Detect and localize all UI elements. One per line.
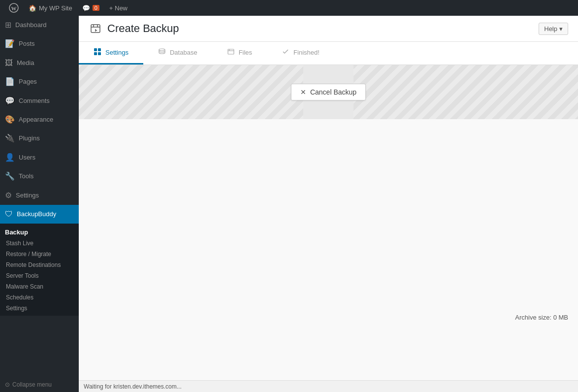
tab-finished[interactable]: Finished!	[267, 42, 334, 65]
tab-settings[interactable]: Settings	[79, 42, 143, 65]
page-title-row: Create Backup	[89, 22, 179, 35]
sidebar-item-pages-label: Pages	[19, 77, 37, 86]
sidebar: ⊞ Dashboard 📝 Posts 🖼 Media 📄 Pages 💬 Co…	[0, 16, 79, 392]
comments-sidebar-icon: 💬	[5, 96, 15, 106]
svg-rect-6	[94, 48, 97, 51]
submenu-restore-migrate[interactable]: Restore / Migrate	[0, 249, 79, 260]
sidebar-item-tools[interactable]: 🔧 Tools	[0, 167, 79, 186]
tab-database[interactable]: Database	[143, 42, 212, 65]
svg-point-10	[159, 49, 165, 51]
collapse-menu-label: Collapse menu	[12, 381, 52, 388]
submenu-server-tools[interactable]: Server Tools	[0, 270, 79, 281]
comment-count: 0	[93, 5, 99, 11]
files-tab-icon	[227, 48, 235, 57]
stripe-left	[79, 65, 303, 119]
sidebar-item-media[interactable]: 🖼 Media	[0, 54, 79, 72]
pages-icon: 📄	[5, 76, 15, 87]
database-tab-icon	[158, 48, 166, 57]
comment-icon: 💬	[82, 4, 90, 12]
sidebar-item-comments-label: Comments	[19, 97, 50, 105]
tab-settings-label: Settings	[105, 49, 128, 56]
users-icon: 👤	[5, 152, 15, 163]
collapse-menu-icon: ⊙	[5, 381, 10, 388]
collapse-menu-item[interactable]: ⊙ Collapse menu	[0, 377, 79, 392]
sidebar-item-plugins-label: Plugins	[19, 134, 40, 143]
cancel-backup-label: Cancel Backup	[310, 88, 356, 96]
svg-rect-8	[94, 52, 97, 55]
tab-files[interactable]: Files	[212, 42, 267, 65]
archive-size-display: Archive size: 0 MB	[515, 314, 568, 321]
new-item[interactable]: + New	[104, 0, 132, 16]
settings-tab-icon	[94, 48, 101, 57]
site-name-item[interactable]: 🏠 My WP Site	[24, 0, 77, 16]
sidebar-item-settings-label: Settings	[16, 191, 39, 200]
submenu-remote-destinations[interactable]: Remote Destinations	[0, 260, 79, 270]
home-icon: 🏠	[29, 4, 36, 12]
sidebar-item-posts[interactable]: 📝 Posts	[0, 34, 79, 53]
wp-logo-icon: W	[9, 3, 19, 13]
sidebar-item-settings[interactable]: ⚙ Settings	[0, 186, 79, 205]
sidebar-item-backupbuddy-label: BackupBuddy	[17, 210, 56, 219]
svg-rect-7	[98, 48, 101, 51]
archive-size-value: 0 MB	[553, 314, 568, 321]
page-header: Create Backup Help ▾	[79, 16, 578, 42]
site-name-label: My WP Site	[39, 4, 72, 12]
plugins-icon: 🔌	[5, 133, 15, 144]
sidebar-item-backupbuddy[interactable]: 🛡 BackupBuddy	[0, 205, 79, 224]
tab-finished-label: Finished!	[293, 49, 320, 56]
svg-rect-9	[98, 52, 101, 55]
stripe-right	[353, 65, 578, 119]
settings-sidebar-icon: ⚙	[5, 190, 12, 201]
content-panel: ✕ Cancel Backup Archive size: 0 MB	[79, 65, 578, 380]
comments-item[interactable]: 💬 0	[77, 0, 104, 16]
sidebar-item-appearance[interactable]: 🎨 Appearance	[0, 110, 79, 129]
tabs-bar: Settings Database	[79, 42, 578, 65]
sidebar-item-pages[interactable]: 📄 Pages	[0, 72, 79, 91]
sidebar-item-plugins[interactable]: 🔌 Plugins	[0, 129, 79, 148]
tools-icon: 🔧	[5, 171, 15, 182]
admin-bar: W 🏠 My WP Site 💬 0 + New	[0, 0, 578, 16]
submenu-stash-live[interactable]: Stash Live	[0, 238, 79, 249]
cancel-backup-button[interactable]: ✕ Cancel Backup	[291, 84, 366, 100]
finished-tab-icon	[282, 48, 289, 57]
content-area: Create Backup Help ▾ Settings	[79, 16, 578, 392]
backupbuddy-submenu: Backup Stash Live Restore / Migrate Remo…	[0, 224, 79, 316]
sidebar-item-dashboard[interactable]: ⊞ Dashboard	[0, 16, 79, 34]
tab-files-label: Files	[239, 49, 252, 56]
help-button[interactable]: Help ▾	[539, 23, 568, 35]
tab-database-label: Database	[170, 49, 197, 56]
wp-logo-item[interactable]: W	[4, 0, 24, 16]
archive-size-label: Archive size:	[515, 314, 551, 321]
help-arrow-icon: ▾	[559, 25, 563, 33]
sidebar-item-tools-label: Tools	[19, 172, 33, 181]
svg-text:W: W	[11, 5, 17, 11]
posts-icon: 📝	[5, 38, 15, 49]
submenu-schedules[interactable]: Schedules	[0, 292, 79, 303]
sidebar-item-users-label: Users	[19, 153, 35, 162]
sidebar-item-posts-label: Posts	[19, 39, 35, 48]
sidebar-item-appearance-label: Appearance	[19, 115, 53, 124]
status-bar: Waiting for kristen.dev.ithemes.com...	[79, 380, 578, 392]
svg-rect-11	[228, 49, 234, 54]
new-label: + New	[109, 4, 128, 12]
status-text: Waiting for kristen.dev.ithemes.com...	[84, 383, 182, 390]
sidebar-item-media-label: Media	[17, 59, 34, 67]
main-layout: ⊞ Dashboard 📝 Posts 🖼 Media 📄 Pages 💬 Co…	[0, 16, 578, 392]
media-icon: 🖼	[5, 58, 13, 68]
help-label: Help	[544, 25, 557, 33]
submenu-malware-scan[interactable]: Malware Scan	[0, 281, 79, 292]
backupbuddy-icon: 🛡	[5, 209, 13, 220]
create-backup-icon	[89, 22, 102, 35]
submenu-settings[interactable]: Settings	[0, 303, 79, 314]
page-title: Create Backup	[107, 22, 179, 35]
cancel-x-icon: ✕	[300, 88, 306, 96]
sidebar-item-comments[interactable]: 💬 Comments	[0, 92, 79, 110]
appearance-icon: 🎨	[5, 114, 15, 125]
sidebar-item-dashboard-label: Dashboard	[15, 21, 47, 30]
backupbuddy-submenu-header: Backup	[0, 226, 79, 238]
dashboard-icon: ⊞	[5, 20, 11, 31]
sidebar-item-users[interactable]: 👤 Users	[0, 148, 79, 167]
